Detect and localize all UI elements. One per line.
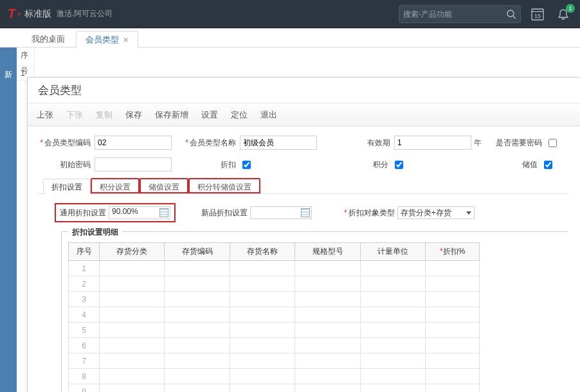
calendar-icon: 15 <box>530 7 545 21</box>
notifications-button[interactable]: 1 <box>554 5 572 23</box>
search-input[interactable] <box>403 10 506 19</box>
svg-text:15: 15 <box>534 13 541 19</box>
calendar-button[interactable]: 15 <box>529 5 547 23</box>
search-icon[interactable] <box>506 9 516 19</box>
app-logo-plus: + <box>17 9 22 19</box>
search-box[interactable] <box>399 5 521 23</box>
edition-label: 标准版 <box>24 8 51 20</box>
app-logo: T <box>8 6 15 21</box>
notification-badge: 1 <box>566 4 575 13</box>
svg-line-1 <box>513 16 516 19</box>
svg-point-0 <box>507 10 514 17</box>
company-label: 激活.阿可云公司 <box>57 8 113 19</box>
